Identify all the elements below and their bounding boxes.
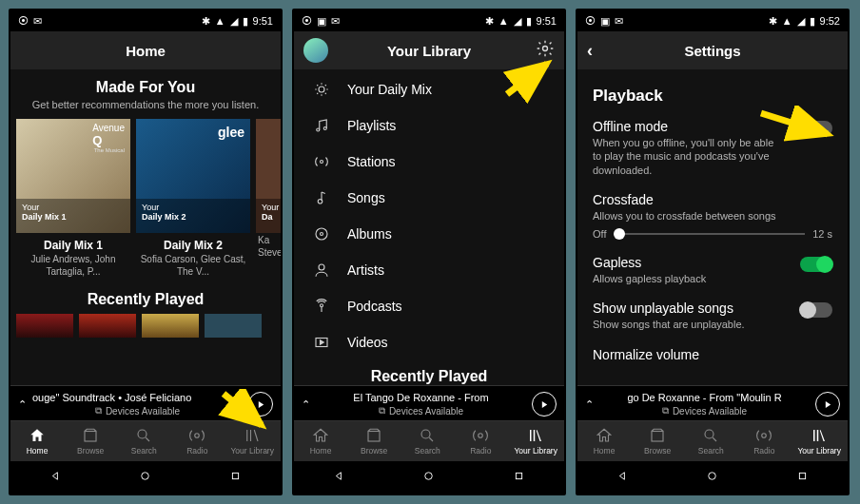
nav-home[interactable]: Home <box>297 425 344 457</box>
daily-mix-scroller[interactable]: AvenueQ The Musical YourDaily Mix 1 Dail… <box>10 119 281 278</box>
play-button[interactable] <box>815 392 840 417</box>
now-playing-bar[interactable]: ⌃ El Tango De Roxanne - From ⧉Devices Av… <box>294 385 564 420</box>
slider-thumb[interactable] <box>614 228 625 240</box>
app-bar: Home <box>10 31 281 69</box>
devices-label[interactable]: Devices Available <box>106 406 180 417</box>
sun-icon <box>311 81 332 98</box>
library-item-video[interactable]: Videos <box>294 324 564 360</box>
app-bar: Your Library <box>294 31 564 69</box>
library-item-artist[interactable]: Artists <box>294 252 564 288</box>
setting-gapless[interactable]: Gapless Allows gapless playback <box>593 255 832 285</box>
nav-home[interactable]: Home <box>580 425 628 457</box>
svg-point-13 <box>319 264 324 270</box>
nav-library[interactable]: Your Library <box>793 425 845 457</box>
now-playing-bar[interactable]: ⌃ ouge" Soundtrack • José Feliciano ⧉Dev… <box>10 385 281 420</box>
outlook-notif-icon: ✉ <box>33 15 42 28</box>
library-item-label: Stations <box>347 154 396 169</box>
now-playing-bar[interactable]: ⌃ go De Roxanne - From "Moulin R ⧉Device… <box>577 385 848 420</box>
svg-point-19 <box>425 472 433 479</box>
svg-point-14 <box>321 304 323 307</box>
library-item-sun[interactable]: Your Daily Mix <box>294 71 564 107</box>
podcast-icon <box>311 298 332 315</box>
library-item-album[interactable]: Albums <box>294 216 564 252</box>
back-button[interactable] <box>49 469 63 487</box>
recently-played-scroller[interactable] <box>10 314 281 338</box>
devices-icon[interactable]: ⧉ <box>95 405 102 417</box>
track-title: El Tango De Roxanne - From <box>316 392 526 403</box>
nav-search[interactable]: Search <box>403 425 451 457</box>
battery-icon: ▮ <box>243 15 248 28</box>
svg-point-11 <box>316 228 327 240</box>
play-button[interactable] <box>248 392 273 417</box>
made-for-you-subtitle: Get better recommendations the more you … <box>10 98 281 111</box>
library-content: Your Daily MixPlaylistsStationsSongsAlbu… <box>294 69 564 385</box>
album-icon <box>311 225 332 242</box>
library-item-song[interactable]: Songs <box>294 180 564 216</box>
svg-point-22 <box>705 430 713 438</box>
settings-section-playback: Playback <box>593 87 832 106</box>
card-artists: Julie Andrews, John Tartaglia, P... <box>16 254 130 278</box>
svg-rect-21 <box>652 432 663 442</box>
home-button[interactable] <box>705 469 719 487</box>
status-bar: ⦿▣✉ ✱▲◢▮9:52 <box>577 10 848 31</box>
recents-button[interactable] <box>512 469 526 487</box>
daily-mix-card-2[interactable]: glee YourDaily Mix 2 Daily Mix 2 Sofia C… <box>136 119 250 278</box>
library-item-note[interactable]: Playlists <box>294 107 564 144</box>
recents-button[interactable] <box>795 469 810 487</box>
note-icon <box>311 117 332 134</box>
nav-browse[interactable]: Browse <box>350 425 398 457</box>
back-button[interactable] <box>616 469 630 487</box>
daily-mix-card-1[interactable]: AvenueQ The Musical YourDaily Mix 1 Dail… <box>16 119 130 278</box>
play-button[interactable] <box>532 392 557 417</box>
chevron-up-icon[interactable]: ⌃ <box>302 398 310 411</box>
svg-rect-16 <box>368 432 380 442</box>
phone-settings: ⦿▣✉ ✱▲◢▮9:52 ‹ Settings Playback Offline… <box>576 9 850 495</box>
chevron-up-icon[interactable]: ⌃ <box>18 398 27 411</box>
settings-gear-icon[interactable] <box>536 39 555 63</box>
devices-icon[interactable]: ⧉ <box>379 405 385 417</box>
home-button[interactable] <box>138 469 152 487</box>
recently-played-title: Recently Played <box>10 291 281 308</box>
signal-icon: ◢ <box>230 15 238 28</box>
recents-button[interactable] <box>228 469 243 487</box>
library-item-radio[interactable]: Stations <box>294 144 564 180</box>
avatar[interactable] <box>303 38 328 63</box>
setting-show-unplayable[interactable]: Show unplayable songs Show songs that ar… <box>593 300 832 331</box>
nav-browse[interactable]: Browse <box>67 425 114 457</box>
library-item-podcast[interactable]: Podcasts <box>294 288 564 324</box>
library-item-label: Videos <box>347 335 388 350</box>
nav-search[interactable]: Search <box>687 425 734 457</box>
chevron-up-icon[interactable]: ⌃ <box>585 398 594 411</box>
bluetooth-icon: ✱ <box>202 15 210 28</box>
svg-point-12 <box>321 233 323 236</box>
back-button[interactable] <box>332 469 346 487</box>
card-title: Daily Mix 2 <box>136 239 250 252</box>
back-icon[interactable]: ‹ <box>587 41 593 61</box>
daily-mix-card-3[interactable]: YourDa Ka Steve <box>256 119 281 278</box>
made-for-you-title: Made For You <box>10 79 281 96</box>
library-item-label: Albums <box>347 226 392 242</box>
nav-radio[interactable]: Radio <box>173 425 221 457</box>
nav-library[interactable]: Your Library <box>510 425 561 457</box>
devices-icon[interactable]: ⧉ <box>662 405 669 417</box>
settings-content: Playback Offline mode When you go offlin… <box>577 69 848 385</box>
bottom-nav: Home Browse Search Radio Your Library <box>10 420 281 461</box>
home-button[interactable] <box>421 469 436 487</box>
setting-normalize-volume[interactable]: Normalize volume <box>593 347 832 362</box>
crossfade-slider[interactable]: Off 12 s <box>593 228 832 240</box>
nav-search[interactable]: Search <box>120 425 167 457</box>
nav-radio[interactable]: Radio <box>457 425 504 457</box>
radio-icon <box>311 153 332 170</box>
android-nav <box>577 461 848 494</box>
unplayable-toggle[interactable] <box>800 302 832 318</box>
page-title: Settings <box>684 43 740 59</box>
nav-browse[interactable]: Browse <box>634 425 681 457</box>
artist-icon <box>311 262 332 279</box>
nav-radio[interactable]: Radio <box>740 425 788 457</box>
offline-toggle[interactable] <box>800 121 832 136</box>
setting-offline-mode[interactable]: Offline mode When you go offline, you'll… <box>593 119 832 177</box>
video-icon <box>311 334 332 351</box>
gapless-toggle[interactable] <box>800 257 832 272</box>
nav-home[interactable]: Home <box>13 425 61 457</box>
nav-library[interactable]: Your Library <box>226 425 278 457</box>
